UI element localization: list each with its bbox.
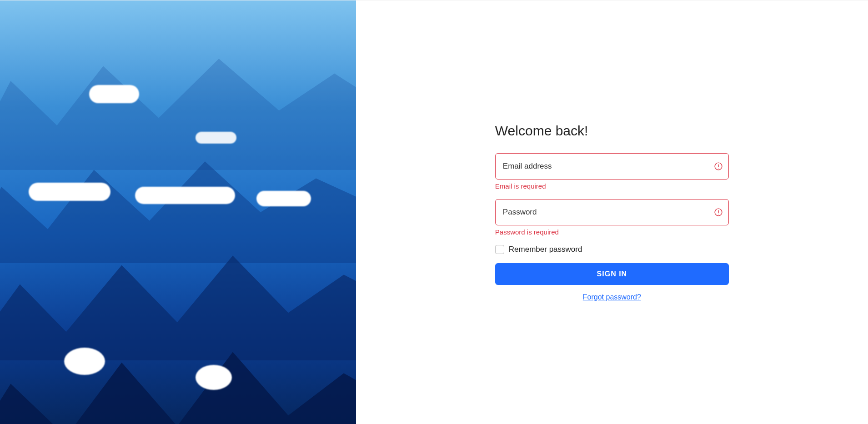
email-field-wrap	[495, 153, 729, 180]
forgot-password-link[interactable]: Forgot password?	[583, 293, 641, 301]
remember-row: Remember password	[495, 245, 729, 254]
remember-label[interactable]: Remember password	[509, 245, 582, 254]
signin-button[interactable]: SIGN IN	[495, 263, 729, 285]
hero-image	[0, 0, 356, 424]
remember-checkbox[interactable]	[495, 245, 504, 254]
login-panel: Welcome back! Email is required	[356, 0, 868, 424]
error-icon	[714, 208, 722, 216]
password-field-wrap	[495, 199, 729, 225]
svg-point-2	[718, 168, 718, 168]
forgot-row: Forgot password?	[495, 293, 729, 301]
password-error: Password is required	[495, 228, 729, 236]
svg-point-5	[718, 214, 718, 214]
error-icon	[714, 162, 722, 170]
email-error: Email is required	[495, 182, 729, 190]
login-form: Welcome back! Email is required	[495, 123, 729, 301]
password-field[interactable]	[495, 199, 729, 225]
email-field[interactable]	[495, 153, 729, 180]
page-title: Welcome back!	[495, 123, 729, 139]
